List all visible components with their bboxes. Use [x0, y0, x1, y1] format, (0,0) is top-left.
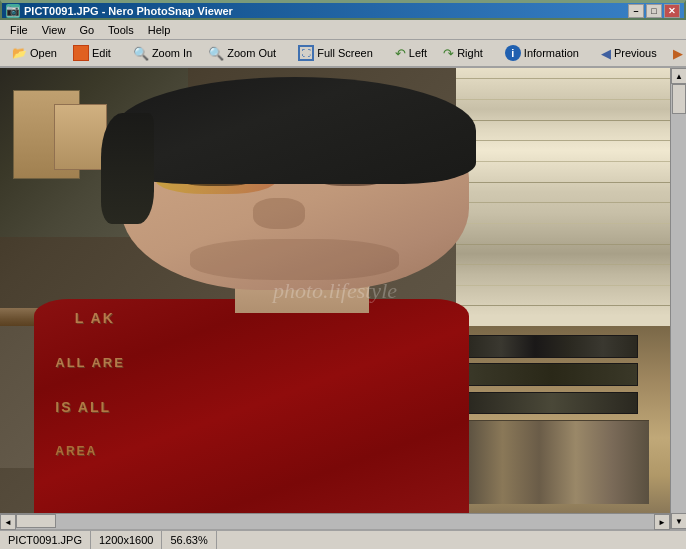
window-title: PICT0091.JPG - Nero PhotoSnap Viewer [24, 5, 233, 17]
status-dimensions: 1200x1600 [91, 531, 162, 549]
previous-label: Previous [614, 47, 657, 59]
rotate-left-icon: ↶ [395, 46, 406, 61]
title-bar: 📷 PICT0091.JPG - Nero PhotoSnap Viewer –… [0, 0, 686, 20]
hair-left [101, 113, 155, 224]
zoomin-label: Zoom In [152, 47, 192, 59]
photo-display: L AK ALL ARE IS ALL AREA [0, 68, 670, 513]
menu-tools[interactable]: Tools [102, 22, 140, 38]
status-filename: PICT0091.JPG [0, 531, 91, 549]
menu-file[interactable]: File [4, 22, 34, 38]
hair [114, 77, 476, 184]
scroll-h-track[interactable] [16, 514, 654, 529]
edit-icon [73, 45, 89, 61]
rotate-left-label: Left [409, 47, 427, 59]
vertical-scrollbar[interactable]: ▲ ▼ [670, 68, 686, 529]
maximize-button[interactable]: □ [646, 4, 662, 18]
fullscreen-icon: ⛶ [298, 45, 314, 61]
zoomin-button[interactable]: 🔍 Zoom In [126, 42, 199, 64]
fullscreen-button[interactable]: ⛶ Full Screen [291, 42, 380, 64]
rotate-right-label: Right [457, 47, 483, 59]
close-button[interactable]: ✕ [664, 4, 680, 18]
minimize-button[interactable]: – [628, 4, 644, 18]
zoomin-icon: 🔍 [133, 46, 149, 61]
scroll-down-button[interactable]: ▼ [671, 513, 686, 529]
zoomout-label: Zoom Out [227, 47, 276, 59]
previous-button[interactable]: ◀ Previous [594, 42, 664, 64]
scroll-h-thumb[interactable] [16, 514, 56, 528]
previous-icon: ◀ [601, 46, 611, 61]
scroll-v-track[interactable] [671, 84, 686, 513]
toolbar: 📂 Open Edit 🔍 Zoom In 🔍 Zoom Out ⛶ Full … [0, 40, 686, 68]
rotate-right-icon: ↷ [443, 46, 454, 61]
open-label: Open [30, 47, 57, 59]
next-icon: ▶ [673, 46, 683, 61]
scroll-thumb[interactable] [672, 84, 686, 114]
information-label: Information [524, 47, 579, 59]
status-zoom: 56.63% [162, 531, 216, 549]
menu-go[interactable]: Go [73, 22, 100, 38]
scroll-left-button[interactable]: ◄ [0, 514, 16, 530]
scroll-right-button[interactable]: ► [654, 514, 670, 530]
next-button[interactable]: ▶ Next [666, 42, 686, 64]
menu-help[interactable]: Help [142, 22, 177, 38]
shelf-item-2 [54, 104, 108, 171]
edit-button[interactable]: Edit [66, 42, 118, 64]
window-controls[interactable]: – □ ✕ [628, 4, 680, 18]
horizontal-scrollbar[interactable]: ◄ ► [0, 513, 670, 529]
shelf-lower-right [456, 326, 670, 513]
menu-view[interactable]: View [36, 22, 72, 38]
shirt: L AK ALL ARE IS ALL AREA [34, 299, 470, 513]
open-button[interactable]: 📂 Open [4, 42, 64, 64]
information-icon: i [505, 45, 521, 61]
menu-bar: File View Go Tools Help [0, 20, 686, 40]
app-icon: 📷 [6, 4, 20, 18]
information-button[interactable]: i Information [498, 42, 586, 64]
image-container: L AK ALL ARE IS ALL AREA [0, 68, 670, 513]
rotate-left-button[interactable]: ↶ Left [388, 42, 434, 64]
edit-label: Edit [92, 47, 111, 59]
books-right-stack [456, 68, 670, 326]
zoomout-button[interactable]: 🔍 Zoom Out [201, 42, 283, 64]
main-area: L AK ALL ARE IS ALL AREA [0, 68, 686, 529]
status-bar: PICT0091.JPG 1200x1600 56.63% [0, 529, 686, 549]
scroll-up-button[interactable]: ▲ [671, 68, 686, 84]
rotate-right-button[interactable]: ↷ Right [436, 42, 490, 64]
zoomout-icon: 🔍 [208, 46, 224, 61]
open-icon: 📂 [11, 45, 27, 61]
fullscreen-label: Full Screen [317, 47, 373, 59]
